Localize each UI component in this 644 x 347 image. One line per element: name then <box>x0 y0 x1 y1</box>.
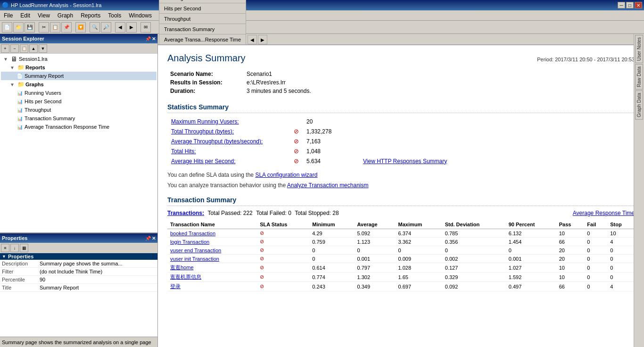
avg-response-time-link[interactable]: Average Response Time <box>573 210 635 216</box>
se-tb-remove[interactable]: − <box>10 44 19 53</box>
tree-reports[interactable]: ▼ 📁 Reports <box>1 63 157 72</box>
tb-cut[interactable]: ✂ <box>39 22 49 33</box>
tx-name-link[interactable]: 逛逛home <box>170 264 194 270</box>
stats-label[interactable]: Maximum Running Vusers: <box>171 118 239 125</box>
trans-passed: Total Passed: 222 <box>207 210 252 216</box>
tx-name-link[interactable]: vuser end Transaction <box>170 248 221 253</box>
side-tab[interactable]: Raw Data <box>635 64 643 90</box>
tx-name: vuser init Transaction <box>167 255 257 263</box>
prop-key: Filter <box>0 268 38 276</box>
tx-max: 0 <box>396 246 442 255</box>
tb-paste[interactable]: 📌 <box>61 22 72 33</box>
tab-5[interactable]: Average Transa...Response Time <box>159 34 246 44</box>
prop-row: Filter(do not Include Think Time) <box>0 268 157 276</box>
menu-edit[interactable]: Edit <box>17 11 34 20</box>
tx-std: 0.092 <box>442 282 506 291</box>
tb-mail[interactable]: ✉ <box>140 22 151 33</box>
tx-pass: 66 <box>556 282 585 291</box>
se-tb-copy[interactable]: 📋 <box>20 44 28 53</box>
stats-icon-cell: ⊘ <box>290 126 303 136</box>
tree-session-label: Session1.lra <box>19 56 48 62</box>
prop-tb-2[interactable]: ↓ <box>10 244 19 252</box>
tab-prev-button[interactable]: ◀ <box>248 35 257 44</box>
stats-label[interactable]: Total Throughput (bytes): <box>171 128 234 135</box>
maximize-button[interactable]: □ <box>626 2 634 8</box>
prop-row: Percentile90 <box>0 276 157 284</box>
tx-max: 0.009 <box>396 255 442 263</box>
tree-hits-per-second[interactable]: 📊 Hits per Second <box>1 97 157 106</box>
tab-4[interactable]: Transaction Summary <box>159 24 246 34</box>
analyze-text1: You can analyze transaction behavior usi… <box>167 182 286 189</box>
running-vusers-icon: 📊 <box>16 89 24 97</box>
se-pin-icon[interactable]: 📌 <box>145 36 151 41</box>
se-tb-down[interactable]: ▼ <box>39 44 47 53</box>
tab-next-button[interactable]: ▶ <box>258 35 267 44</box>
side-tab[interactable]: Graph Data <box>635 91 643 120</box>
tb-back[interactable]: ◀ <box>115 22 125 33</box>
menu-tools[interactable]: Tools <box>104 11 125 20</box>
stats-label-cell: Maximum Running Vusers: <box>167 117 290 126</box>
prop-close-icon[interactable]: ✕ <box>152 236 156 241</box>
tab-container: Summary ReportRunning VusersHits per Sec… <box>159 0 247 44</box>
tree-graphs[interactable]: ▼ 📁 Graphs <box>1 80 157 89</box>
tb-zoom-in[interactable]: 🔍 <box>90 22 100 33</box>
tree-session[interactable]: ▼ 🖥 Session1.lra <box>1 55 157 63</box>
tx-name-link[interactable]: vuser init Transaction <box>170 256 219 262</box>
sla-config-link[interactable]: SLA configuration wizard <box>255 172 317 178</box>
http-responses-link[interactable]: View HTTP Responses Summary <box>363 158 447 165</box>
se-tb-up[interactable]: ▲ <box>29 44 38 53</box>
prop-tb-3[interactable]: ▦ <box>20 244 28 252</box>
tb-save[interactable]: 💾 <box>25 22 35 33</box>
tx-pass: 10 <box>556 229 585 238</box>
analyze-link[interactable]: Analyze Transaction mechanism <box>287 182 369 189</box>
trans-col-header: Stop <box>607 220 635 229</box>
tx-name-link[interactable]: booked Transaction <box>170 231 215 236</box>
stats-label[interactable]: Total Hits: <box>171 148 196 155</box>
minimize-button[interactable]: ─ <box>618 2 625 8</box>
session-icon: 🖥 <box>10 55 18 63</box>
trans-col-header: Fail <box>584 220 607 229</box>
tb-zoom-out[interactable]: 🔎 <box>101 22 111 33</box>
menu-graph[interactable]: Graph <box>54 11 77 20</box>
tx-name-link[interactable]: 登录 <box>170 283 181 289</box>
menu-reports[interactable]: Reports <box>77 11 104 20</box>
tx-name-link[interactable]: login Transaction <box>170 239 209 245</box>
tx-name-link[interactable]: 逛逛机票信息 <box>170 274 201 280</box>
stats-icon-cell: ⊘ <box>290 146 303 156</box>
tb-filter[interactable]: 🔽 <box>75 22 86 33</box>
tb-forward[interactable]: ▶ <box>126 22 137 33</box>
se-close-icon[interactable]: ✕ <box>152 36 156 41</box>
tb-open[interactable]: 📁 <box>13 22 24 33</box>
menu-view[interactable]: View <box>34 11 54 20</box>
tx-min: 4.29 <box>309 229 354 238</box>
stats-icon-cell: ⊘ <box>290 156 303 166</box>
se-tb-add[interactable]: + <box>1 44 9 53</box>
tb-new[interactable]: 📄 <box>2 22 12 33</box>
tree-running-vusers[interactable]: 📊 Running Vusers <box>1 89 157 97</box>
tx-avg: 0 <box>355 246 396 255</box>
tree-transaction-summary[interactable]: 📊 Transaction Summary <box>1 114 157 123</box>
trans-col-header: Std. Deviation <box>442 220 506 229</box>
trans-failed: Total Failed: 0 <box>256 210 291 216</box>
menu-file[interactable]: File <box>0 11 17 20</box>
tb-copy[interactable]: 📋 <box>50 22 60 33</box>
transactions-label[interactable]: Transactions: <box>167 210 204 216</box>
tab-2[interactable]: Hits per Second <box>159 3 246 13</box>
menu-windows[interactable]: Windows <box>125 11 156 20</box>
stats-label[interactable]: Average Hits per Second: <box>171 158 236 165</box>
tx-name: 登录 <box>167 282 257 291</box>
main-area: Session Explorer 📌 ✕ + − 📋 ▲ ▼ ▼ 🖥 Sessi… <box>0 34 644 347</box>
close-button[interactable]: ✕ <box>635 2 642 8</box>
stats-label[interactable]: Average Throughput (bytes/second): <box>171 138 263 145</box>
side-tab[interactable]: User Notes <box>635 35 643 63</box>
tree-summary-report[interactable]: 📄 Summary Report <box>1 72 157 80</box>
tx-max: 3.362 <box>396 238 442 246</box>
tab-3[interactable]: Throughput <box>159 13 246 24</box>
tree-throughput[interactable]: 📊 Throughput <box>1 106 157 114</box>
graphs-folder-icon: 📁 <box>17 81 25 88</box>
tree-avg-transaction[interactable]: 📊 Average Transaction Response Time <box>1 123 157 131</box>
prop-pin-icon[interactable]: 📌 <box>145 236 151 241</box>
tx-std: 0.329 <box>442 273 506 282</box>
prop-tb-1[interactable]: ≡ <box>1 244 9 252</box>
session-explorer-header: Session Explorer 📌 ✕ <box>0 34 157 43</box>
